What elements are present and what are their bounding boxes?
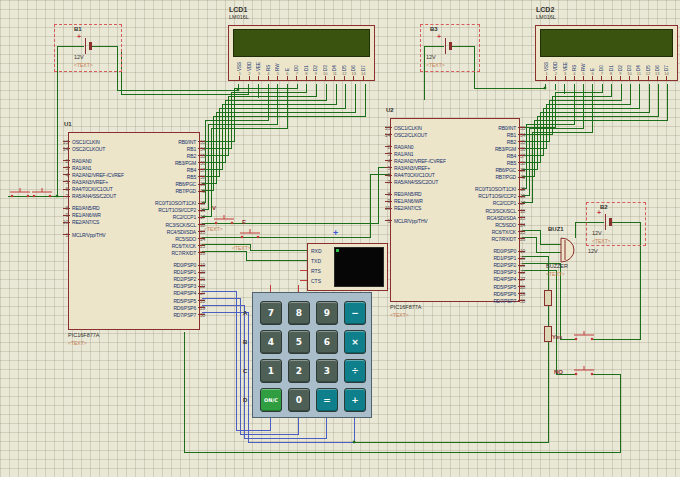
keypad-key[interactable]: = [316, 388, 338, 412]
keypad-key[interactable]: 1 [260, 359, 282, 383]
pin-name: RD3/PSP3 [493, 269, 516, 275]
lcd-pin-name: D1 [609, 58, 614, 71]
b1-value: 12V [74, 55, 84, 61]
buzzer-symbol[interactable] [558, 234, 592, 266]
u2-value: PIC16F877A [390, 305, 422, 311]
pin-number: 7 [372, 179, 390, 185]
keypad-key[interactable]: ON/C [260, 388, 282, 412]
lcd-pin-number: 4 [267, 71, 269, 76]
lcd-pin-name: D3 [323, 58, 328, 71]
pin-name: RC5/SDO [495, 222, 516, 228]
pin-name: RB1 [187, 146, 196, 152]
terminal-screen [334, 247, 384, 287]
pin-number: 18 [520, 208, 538, 214]
pin: 19 RD0/PSP0 [173, 262, 196, 269]
pin: 15 RC0/T1OSO/T1CKI [475, 186, 516, 193]
u1-chip[interactable]: 13 OSC1/CLKIN 14 OSC2/CLKOUT 2 RA0/AN0 3… [68, 132, 200, 330]
lcd-pin: D7 14 [662, 58, 671, 80]
lcd1-display[interactable]: VSS 1 VDD 2 VEE 3 RS 4 [228, 25, 375, 81]
keypad-key[interactable]: 4 [260, 330, 282, 354]
lcd-pin: D1 8 [302, 58, 312, 80]
lcd-pin: D6 13 [349, 58, 359, 80]
b1-battery[interactable] [85, 38, 86, 54]
pin-name: RB5 [507, 160, 516, 166]
pin: 5 RA3/AN3/VREF+ [394, 164, 430, 171]
v-push-button[interactable] [212, 214, 236, 226]
lcd-pin-number: 1 [545, 71, 547, 76]
lcd-pin: VDD 2 [551, 58, 560, 80]
lcd-pin: D0 7 [292, 58, 302, 80]
keypad-key[interactable]: 9 [316, 301, 338, 325]
keypad-key[interactable]: − [344, 301, 366, 325]
pin-number: 23 [520, 215, 538, 221]
b2-battery[interactable] [605, 214, 606, 230]
pin-number: 22 [200, 283, 218, 289]
pin: 16 RC1/T1OSI/CCP2 [478, 193, 516, 200]
lcd-pin: D4 11 [634, 58, 643, 80]
keypad-key[interactable]: + [344, 388, 366, 412]
keypad-key[interactable]: 3 [316, 359, 338, 383]
b3-battery[interactable] [445, 38, 446, 54]
pin-number: 16 [520, 193, 538, 199]
keypad: 7 8 9 − 4 5 6 × 1 2 3 ÷ [252, 292, 372, 418]
pin-number: 1 [372, 218, 390, 224]
b2-plus-sign: + [597, 209, 601, 216]
pin: 1 MCLR/Vpp/THV [72, 231, 105, 238]
b2-battery-plate[interactable] [609, 218, 612, 226]
pin-name: RC3/SCK/SCL [165, 222, 196, 228]
pin-number: 14 [50, 146, 68, 152]
keypad-key[interactable]: 6 [316, 330, 338, 354]
lcd-pin-name: VDD [247, 58, 252, 71]
lcd-pin: D0 7 [597, 58, 606, 80]
pin-number: 28 [200, 298, 218, 304]
keypad-key[interactable]: × [344, 330, 366, 354]
pin-name: RC4/SDI/SDA [167, 229, 196, 235]
lcd-pin-number: 6 [592, 71, 594, 76]
b3-battery-plate[interactable] [449, 42, 452, 50]
u1-left-pins: 13 OSC1/CLKIN 14 OSC2/CLKOUT 2 RA0/AN0 3… [72, 138, 124, 238]
pin-name: RA4/T0CKI/C1OUT [72, 186, 113, 192]
push-button[interactable] [30, 187, 54, 199]
pin-number: 2 [372, 144, 390, 150]
lcd2-display[interactable]: VSS 1 VDD 2 VEE 3 RS 4 [535, 25, 678, 81]
pin-name: RB3/PGM [495, 146, 516, 152]
lcd-pin: D4 11 [330, 58, 340, 80]
lcd2-pins: VSS 1 VDD 2 VEE 3 RS 4 [542, 58, 671, 80]
push-button[interactable] [8, 187, 32, 199]
v-button-label: V [212, 205, 216, 211]
b1-battery-plate[interactable] [89, 42, 92, 50]
keypad-key[interactable]: 5 [288, 330, 310, 354]
terminal-pins: RXD TXD RTS CTS [311, 246, 322, 286]
lcd-pin-number: 6 [286, 71, 288, 76]
keypad-key[interactable]: 0 [288, 388, 310, 412]
u2-ref: U2 [386, 107, 394, 113]
lcd-pin-name: E [590, 58, 595, 71]
pin: 25 RC6/TX/CK [492, 228, 516, 235]
keypad-row-label: C [243, 356, 247, 385]
yes-push-button[interactable] [572, 330, 596, 342]
pin: 8 RE0/AN5/RD [72, 205, 99, 212]
pin-name: RC1/T1OSI/CCP2 [478, 193, 516, 199]
lcd-pin-number: 11 [637, 71, 641, 76]
b2-ref: B2 [600, 204, 608, 210]
keypad-key[interactable]: 8 [288, 301, 310, 325]
pin: 6 RA4/T0CKI/C1OUT [72, 186, 113, 193]
keypad-key[interactable]: 2 [288, 359, 310, 383]
virtual-terminal[interactable]: RXD TXD RTS CTS [307, 243, 388, 291]
resistor[interactable] [544, 326, 552, 342]
pin-number: 17 [520, 200, 538, 206]
lcd-pin: D2 9 [311, 58, 321, 80]
keypad-key[interactable]: ÷ [344, 359, 366, 383]
pin-number: 3 [372, 151, 390, 157]
keypad-key[interactable]: 7 [260, 301, 282, 325]
u2-chip[interactable]: 13 OSC1/CLKIN 14 OSC2/CLKOUT 2 RA0/AN0 3… [390, 118, 520, 302]
pin-number: 26 [200, 250, 218, 256]
pin: 7 RA5/AN4/SS/C2OUT [72, 193, 116, 200]
e-push-button[interactable] [238, 228, 262, 240]
pin: 17 RC2/CCP1 [173, 214, 196, 221]
pin: 30 RD7/PSP7 [173, 311, 196, 318]
no-push-button[interactable] [572, 365, 596, 377]
lcd-pin-name: D6 [655, 58, 660, 71]
resistor[interactable] [544, 290, 552, 306]
buzzer-ref: BUZ1 [548, 226, 564, 232]
